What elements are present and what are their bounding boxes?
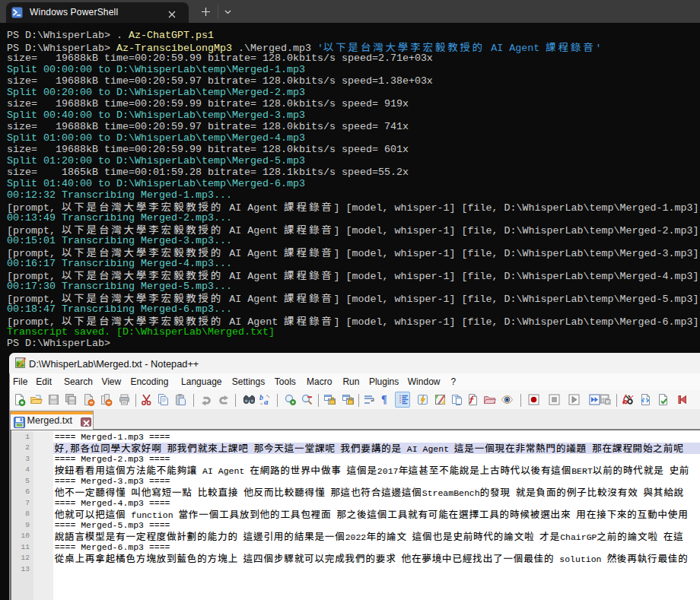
- svg-text:¶: ¶: [381, 394, 387, 405]
- svg-text:b: b: [259, 393, 263, 402]
- svg-text:a: a: [264, 397, 269, 406]
